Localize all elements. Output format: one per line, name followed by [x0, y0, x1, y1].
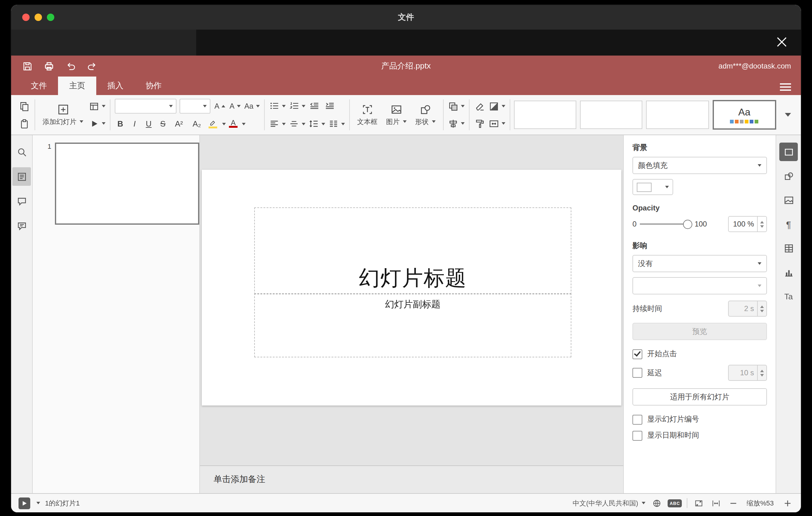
theme-tile-selected[interactable]: Aa: [712, 100, 776, 130]
tab-file[interactable]: 文件: [20, 77, 58, 95]
underline-button[interactable]: U: [143, 119, 154, 128]
theme-tile-1[interactable]: [514, 101, 576, 129]
align-shape-button[interactable]: [448, 116, 464, 131]
add-slide-button[interactable]: 添加幻灯片: [39, 98, 86, 132]
fit-to-width-icon[interactable]: [709, 497, 722, 509]
preview-button[interactable]: 预览: [633, 323, 767, 340]
bullets-button[interactable]: [269, 98, 285, 113]
close-traffic-light[interactable]: [22, 13, 30, 21]
fill-type-select[interactable]: 颜色填充: [633, 157, 767, 174]
slide-canvas[interactable]: 幻灯片标题 幻灯片副标题: [200, 135, 623, 465]
shape-settings-icon[interactable]: [779, 167, 798, 185]
change-case-button[interactable]: Aa: [244, 98, 259, 113]
slides-panel-icon[interactable]: [12, 167, 31, 186]
highlight-color-icon[interactable]: [207, 119, 218, 128]
effect-select[interactable]: 没有: [633, 255, 767, 272]
insert-shape-button[interactable]: 形状: [412, 98, 438, 132]
globe-icon[interactable]: [651, 497, 663, 509]
start-slideshow-toolbar-button[interactable]: [89, 116, 106, 131]
superscript-button[interactable]: A²: [172, 119, 186, 128]
clear-style-icon[interactable]: [473, 99, 486, 114]
decrease-font-icon[interactable]: A: [229, 98, 241, 113]
copy-style-icon[interactable]: [473, 116, 486, 131]
effect-variant-select[interactable]: [633, 277, 767, 294]
macos-titlebar: 文件: [11, 5, 801, 30]
slide-settings-icon[interactable]: [779, 143, 798, 161]
shape-chevron[interactable]: [432, 120, 435, 123]
feedback-chat-icon[interactable]: [12, 217, 31, 235]
zoom-out-icon[interactable]: [727, 497, 739, 509]
tab-home[interactable]: 主页: [58, 77, 96, 95]
tab-insert[interactable]: 插入: [96, 77, 135, 95]
slideshow-chevron[interactable]: [36, 502, 40, 504]
insert-image-button[interactable]: 图片: [383, 98, 409, 132]
insert-textbox-button[interactable]: 文本框: [354, 98, 380, 132]
show-date-time-checkbox[interactable]: [633, 431, 642, 440]
fill-color-select[interactable]: [633, 179, 673, 195]
font-color-icon[interactable]: A: [229, 120, 237, 128]
font-name-select[interactable]: [115, 98, 176, 113]
paragraph-settings-icon[interactable]: ¶: [779, 215, 798, 233]
apply-to-all-button[interactable]: 适用于所有幻灯片: [633, 388, 767, 405]
increase-indent-icon[interactable]: [324, 98, 336, 113]
fullscreen-traffic-light[interactable]: [47, 13, 54, 21]
fill-color-button[interactable]: [488, 99, 505, 114]
spellcheck-icon[interactable]: ABC: [668, 499, 682, 507]
opacity-spinner[interactable]: 100 %: [728, 216, 767, 232]
image-settings-icon[interactable]: [779, 191, 798, 209]
zoom-in-icon[interactable]: [781, 497, 793, 509]
save-icon[interactable]: [21, 60, 33, 72]
bold-button[interactable]: B: [115, 119, 126, 128]
horizontal-align-button[interactable]: [269, 116, 285, 131]
slide[interactable]: 幻灯片标题 幻灯片副标题: [202, 170, 621, 405]
chart-settings-icon[interactable]: [779, 263, 798, 282]
title-placeholder[interactable]: 幻灯片标题: [254, 207, 571, 294]
copy-button[interactable]: [18, 99, 30, 114]
language-selector[interactable]: 中文(中华人民共和国): [573, 498, 646, 508]
highlight-color-chevron[interactable]: [222, 122, 226, 125]
undo-icon[interactable]: [64, 60, 77, 72]
arrange-shape-button[interactable]: [448, 99, 464, 114]
theme-gallery-expand-chevron[interactable]: [780, 101, 795, 128]
tab-collaboration[interactable]: 协作: [135, 77, 173, 95]
font-size-select[interactable]: [179, 98, 210, 113]
slide-size-button[interactable]: [488, 116, 505, 131]
image-chevron[interactable]: [403, 120, 406, 123]
comments-icon[interactable]: [12, 192, 31, 210]
start-slideshow-icon[interactable]: [19, 497, 30, 509]
show-slide-number-checkbox[interactable]: [633, 414, 642, 424]
strikethrough-button[interactable]: S: [157, 119, 169, 128]
subtitle-placeholder[interactable]: 幻灯片副标题: [254, 293, 571, 357]
delay-checkbox[interactable]: [633, 368, 642, 378]
paste-button[interactable]: [18, 116, 30, 131]
increase-font-icon[interactable]: A: [213, 98, 226, 113]
opacity-slider-knob[interactable]: [683, 220, 692, 229]
print-icon[interactable]: [42, 60, 55, 72]
numbering-button[interactable]: [288, 98, 305, 113]
close-icon[interactable]: [776, 36, 787, 48]
font-color-chevron[interactable]: [242, 122, 245, 125]
columns-button[interactable]: [328, 116, 345, 131]
minimize-traffic-light[interactable]: [34, 13, 42, 21]
italic-button[interactable]: I: [129, 119, 140, 128]
slide-thumbnail[interactable]: [55, 143, 199, 225]
menu-icon[interactable]: [780, 82, 791, 93]
textart-settings-icon[interactable]: Ta: [779, 287, 798, 306]
duration-spinner[interactable]: 2 s: [728, 300, 767, 317]
vertical-align-button[interactable]: [288, 116, 305, 131]
delay-spinner[interactable]: 10 s: [728, 365, 767, 381]
subscript-button[interactable]: A₂: [190, 119, 204, 128]
search-icon[interactable]: [12, 143, 31, 161]
line-spacing-button[interactable]: [308, 116, 325, 131]
redo-icon[interactable]: [86, 60, 98, 72]
decrease-indent-icon[interactable]: [308, 98, 321, 113]
opacity-slider[interactable]: [640, 220, 691, 228]
theme-tile-3[interactable]: [646, 101, 709, 129]
change-layout-button[interactable]: [89, 99, 106, 114]
notes-area[interactable]: 单击添加备注: [200, 465, 623, 493]
fit-to-slide-icon[interactable]: [692, 497, 705, 509]
table-settings-icon[interactable]: [779, 239, 798, 257]
add-slide-chevron[interactable]: [80, 120, 83, 123]
start-on-click-checkbox[interactable]: [633, 349, 642, 359]
theme-tile-2[interactable]: [580, 101, 643, 129]
